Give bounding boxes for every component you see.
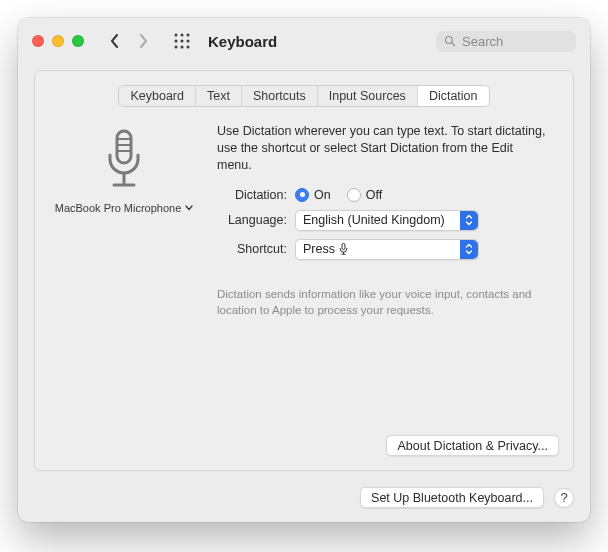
radio-checked-icon [295, 188, 309, 202]
svg-point-7 [181, 46, 184, 49]
dictation-on-radio[interactable]: On [295, 188, 331, 202]
svg-point-0 [175, 34, 178, 37]
popup-arrows-icon [460, 240, 478, 259]
show-all-icon[interactable] [174, 33, 190, 49]
nav-arrows [108, 34, 150, 48]
search-icon [444, 35, 456, 47]
dictation-toggle: On Off [295, 188, 555, 202]
svg-point-4 [181, 40, 184, 43]
settings-form: Dictation: On Off Language: Englis [217, 188, 555, 260]
forward-button[interactable] [136, 34, 150, 48]
dictation-description: Use Dictation wherever you can type text… [217, 123, 555, 174]
off-label: Off [366, 188, 382, 202]
about-dictation-button[interactable]: About Dictation & Privacy... [386, 435, 559, 456]
svg-point-1 [181, 34, 184, 37]
titlebar: Keyboard Search [18, 18, 590, 64]
svg-point-8 [187, 46, 190, 49]
tab-bar: Keyboard Text Shortcuts Input Sources Di… [118, 85, 489, 107]
back-button[interactable] [108, 34, 122, 48]
shortcut-popup[interactable]: Press [295, 239, 479, 260]
setup-bluetooth-button[interactable]: Set Up Bluetooth Keyboard... [360, 487, 544, 508]
prefs-window: Keyboard Search Keyboard Text Shortcuts … [18, 18, 590, 522]
search-placeholder: Search [462, 34, 503, 49]
svg-line-10 [452, 43, 455, 46]
dictation-panel: MacBook Pro Microphone Use Dictation whe… [49, 123, 559, 319]
svg-point-2 [187, 34, 190, 37]
svg-point-6 [175, 46, 178, 49]
tab-input-sources[interactable]: Input Sources [318, 86, 418, 106]
dictation-row-label: Dictation: [217, 188, 287, 202]
language-value: English (United Kingdom) [296, 213, 460, 227]
settings-column: Use Dictation wherever you can type text… [217, 123, 559, 319]
mic-column: MacBook Pro Microphone [49, 123, 199, 319]
content-pane: Keyboard Text Shortcuts Input Sources Di… [34, 70, 574, 471]
language-row-label: Language: [217, 213, 287, 227]
radio-unchecked-icon [347, 188, 361, 202]
shortcut-value: Press [296, 242, 460, 256]
window-controls [32, 35, 84, 47]
tab-dictation[interactable]: Dictation [418, 86, 489, 106]
svg-point-5 [187, 40, 190, 43]
privacy-note: Dictation sends information like your vo… [217, 286, 555, 319]
window-title: Keyboard [208, 33, 277, 50]
dictation-off-radio[interactable]: Off [347, 188, 382, 202]
microphone-glyph-icon [339, 243, 348, 255]
shortcut-row-label: Shortcut: [217, 242, 287, 256]
tab-text[interactable]: Text [196, 86, 242, 106]
minimize-window-button[interactable] [52, 35, 64, 47]
tab-shortcuts[interactable]: Shortcuts [242, 86, 318, 106]
search-field[interactable]: Search [436, 31, 576, 52]
on-label: On [314, 188, 331, 202]
tab-keyboard[interactable]: Keyboard [119, 86, 196, 106]
svg-rect-17 [342, 244, 345, 250]
language-popup[interactable]: English (United Kingdom) [295, 210, 479, 231]
svg-point-3 [175, 40, 178, 43]
footer: Set Up Bluetooth Keyboard... ? [18, 487, 590, 522]
svg-rect-11 [117, 131, 131, 163]
close-window-button[interactable] [32, 35, 44, 47]
microphone-label: MacBook Pro Microphone [55, 202, 182, 214]
microphone-icon [100, 129, 148, 194]
microphone-select[interactable]: MacBook Pro Microphone [55, 202, 194, 214]
chevron-down-icon [185, 203, 193, 213]
help-button[interactable]: ? [554, 488, 574, 508]
zoom-window-button[interactable] [72, 35, 84, 47]
popup-arrows-icon [460, 211, 478, 230]
